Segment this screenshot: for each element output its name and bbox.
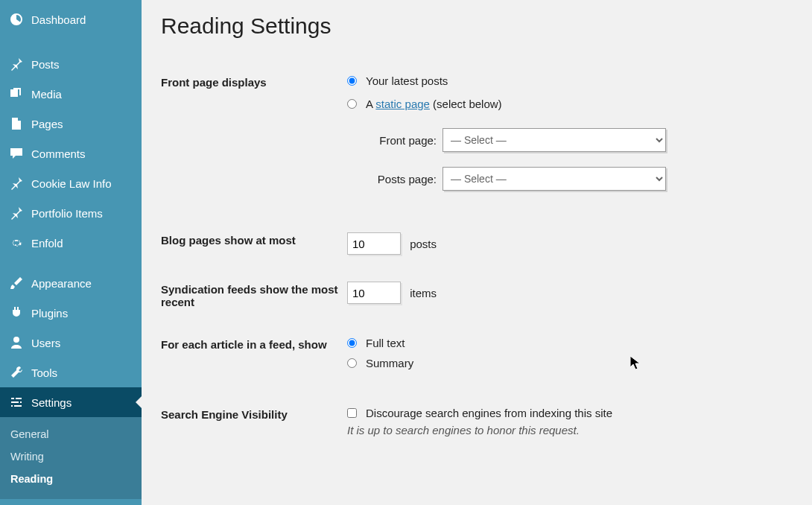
settings-submenu: General Writing Reading bbox=[0, 417, 142, 499]
page-title: Reading Settings bbox=[161, 13, 793, 39]
radio-summary[interactable] bbox=[347, 358, 357, 368]
row-front-page: Front page displays Your latest posts A … bbox=[161, 61, 793, 219]
user-icon bbox=[9, 335, 24, 350]
radio-summary-label: Summary bbox=[366, 357, 413, 369]
syndication-count-input[interactable] bbox=[347, 282, 401, 304]
sidebar-item-appearance[interactable]: Appearance bbox=[0, 268, 142, 298]
sidebar-item-plugins[interactable]: Plugins bbox=[0, 298, 142, 328]
sidebar-item-label: Dashboard bbox=[31, 13, 86, 26]
row-blog-pages: Blog pages show at most posts bbox=[161, 219, 793, 268]
gear-icon bbox=[9, 235, 24, 250]
sidebar-item-label: Comments bbox=[31, 147, 86, 160]
sidebar-item-label: Tools bbox=[31, 366, 57, 379]
radio-latest-posts-label: Your latest posts bbox=[366, 74, 448, 87]
radio-latest-posts[interactable] bbox=[347, 76, 357, 86]
comments-icon bbox=[9, 146, 24, 161]
radio-static-page-label: A static page (select below) bbox=[366, 98, 502, 110]
pin-icon bbox=[9, 57, 24, 72]
sidebar-item-media[interactable]: Media bbox=[0, 79, 142, 109]
search-engine-hint: It is up to search engines to honor this… bbox=[347, 424, 785, 436]
settings-form-table: Front page displays Your latest posts A … bbox=[161, 61, 793, 450]
submenu-item-general[interactable]: General bbox=[0, 423, 142, 445]
front-page-select[interactable]: — Select — bbox=[443, 128, 666, 152]
sidebar-item-label: Media bbox=[31, 88, 62, 101]
checkbox-discourage-row: Discourage search engines from indexing … bbox=[347, 407, 785, 419]
row-label-blog-pages: Blog pages show at most bbox=[161, 219, 347, 268]
admin-sidebar: Dashboard Posts Media Pages Comments Coo… bbox=[0, 0, 142, 505]
blog-pages-count-input[interactable] bbox=[347, 232, 401, 255]
submenu-item-reading[interactable]: Reading bbox=[0, 468, 142, 490]
row-article-feed: For each article in a feed, show Full te… bbox=[161, 323, 793, 393]
static-page-link[interactable]: static page bbox=[375, 98, 430, 110]
radio-full-text-label: Full text bbox=[366, 337, 405, 349]
blog-pages-unit: posts bbox=[410, 238, 437, 250]
dashboard-icon bbox=[9, 12, 24, 27]
sidebar-item-label: Portfolio Items bbox=[31, 207, 103, 220]
sidebar-item-users[interactable]: Users bbox=[0, 328, 142, 358]
front-page-select-row: Front page: — Select — bbox=[364, 128, 785, 152]
posts-page-select[interactable]: — Select — bbox=[443, 167, 666, 191]
row-search-engine: Search Engine Visibility Discourage sear… bbox=[161, 393, 793, 450]
sidebar-item-posts[interactable]: Posts bbox=[0, 49, 142, 79]
pin-icon bbox=[9, 176, 24, 191]
checkbox-discourage[interactable] bbox=[347, 408, 357, 418]
sidebar-item-tools[interactable]: Tools bbox=[0, 358, 142, 387]
sidebar-item-label: Pages bbox=[31, 118, 63, 130]
sidebar-item-label: Posts bbox=[31, 58, 60, 71]
radio-full-text[interactable] bbox=[347, 338, 357, 348]
sidebar-item-label: Cookie Law Info bbox=[31, 177, 112, 190]
row-label-search-engine: Search Engine Visibility bbox=[161, 393, 347, 450]
media-icon bbox=[9, 86, 24, 101]
wrench-icon bbox=[9, 365, 24, 380]
submenu-item-writing[interactable]: Writing bbox=[0, 445, 142, 468]
sidebar-item-pages[interactable]: Pages bbox=[0, 109, 142, 139]
row-label-syndication: Syndication feeds show the most recent bbox=[161, 268, 347, 323]
sidebar-item-label: Appearance bbox=[31, 277, 92, 290]
sidebar-item-enfold[interactable]: Enfold bbox=[0, 228, 142, 258]
radio-static-page[interactable] bbox=[347, 99, 357, 109]
radio-latest-posts-row: Your latest posts bbox=[347, 74, 785, 87]
radio-static-page-row: A static page (select below) bbox=[347, 98, 785, 110]
sliders-icon bbox=[9, 395, 24, 410]
pages-icon bbox=[9, 116, 24, 131]
checkbox-discourage-label: Discourage search engines from indexing … bbox=[366, 407, 612, 419]
radio-full-text-row: Full text bbox=[347, 337, 785, 349]
sidebar-item-label: Users bbox=[31, 337, 60, 349]
front-page-select-label: Front page: bbox=[364, 134, 437, 147]
content-area: Reading Settings Front page displays You… bbox=[142, 0, 812, 505]
sidebar-item-portfolio[interactable]: Portfolio Items bbox=[0, 198, 142, 228]
sidebar-item-label: Settings bbox=[31, 396, 72, 409]
sidebar-item-cookie-law-info[interactable]: Cookie Law Info bbox=[0, 168, 142, 198]
row-label-article-feed: For each article in a feed, show bbox=[161, 323, 347, 393]
pin-icon bbox=[9, 206, 24, 220]
sidebar-item-comments[interactable]: Comments bbox=[0, 139, 142, 168]
row-label-front-page: Front page displays bbox=[161, 61, 347, 219]
posts-page-select-label: Posts page: bbox=[364, 173, 437, 185]
radio-summary-row: Summary bbox=[347, 357, 785, 369]
sidebar-item-settings[interactable]: Settings bbox=[0, 387, 142, 417]
syndication-unit: items bbox=[410, 287, 437, 299]
sidebar-item-dashboard[interactable]: Dashboard bbox=[0, 0, 142, 39]
brush-icon bbox=[9, 276, 24, 290]
plug-icon bbox=[9, 305, 24, 320]
posts-page-select-row: Posts page: — Select — bbox=[364, 167, 785, 191]
row-syndication: Syndication feeds show the most recent i… bbox=[161, 268, 793, 323]
sidebar-item-label: Enfold bbox=[31, 237, 63, 250]
sidebar-item-label: Plugins bbox=[31, 307, 68, 320]
